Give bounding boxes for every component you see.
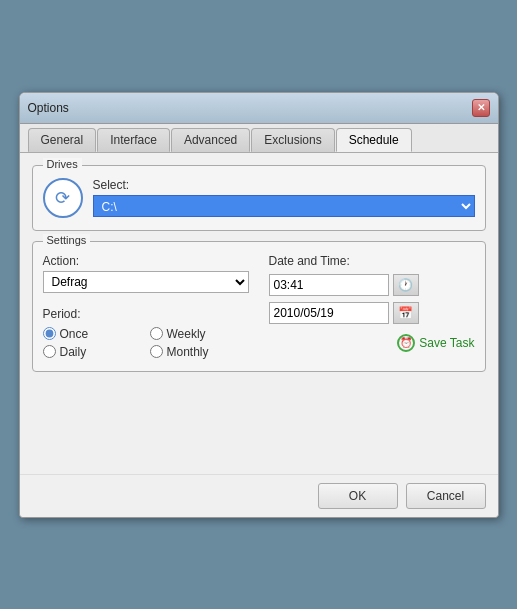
save-task-button[interactable]: ⏰ Save Task	[397, 334, 474, 352]
radio-daily-input[interactable]	[43, 345, 56, 358]
footer: OK Cancel	[20, 474, 498, 517]
time-picker-button[interactable]: 🕐	[393, 274, 419, 296]
date-input[interactable]	[269, 302, 389, 324]
tab-content: Drives ⟳ Select: C:\ Settings	[20, 153, 498, 474]
window-title: Options	[28, 101, 69, 115]
tab-bar: General Interface Advanced Exclusions Sc…	[20, 124, 498, 153]
radio-monthly-label[interactable]: Monthly	[167, 345, 209, 359]
options-window: Options ✕ General Interface Advanced Exc…	[19, 92, 499, 518]
time-wrapper: 🕐	[269, 274, 475, 296]
tab-exclusions[interactable]: Exclusions	[251, 128, 334, 152]
tab-interface[interactable]: Interface	[97, 128, 170, 152]
drives-select-label: Select:	[93, 178, 475, 192]
radio-daily-label[interactable]: Daily	[60, 345, 87, 359]
period-label: Period:	[43, 307, 249, 321]
radio-daily: Daily	[43, 345, 142, 359]
radio-weekly: Weekly	[150, 327, 249, 341]
settings-group: Settings Action: Defrag Analyze Optimize…	[32, 241, 486, 372]
save-task-label: Save Task	[419, 336, 474, 350]
empty-area	[32, 382, 486, 462]
radio-monthly-input[interactable]	[150, 345, 163, 358]
title-bar: Options ✕	[20, 93, 498, 124]
radio-once-label[interactable]: Once	[60, 327, 89, 341]
drive-right: Select: C:\	[93, 178, 475, 217]
drive-select[interactable]: C:\	[93, 195, 475, 217]
datetime-label: Date and Time:	[269, 254, 475, 268]
radio-monthly: Monthly	[150, 345, 249, 359]
save-task-area: ⏰ Save Task	[269, 334, 475, 352]
settings-left: Action: Defrag Analyze Optimize Period: …	[43, 254, 249, 359]
tab-general[interactable]: General	[28, 128, 97, 152]
drives-inner: ⟳ Select: C:\	[43, 178, 475, 218]
period-radio-group: Once Weekly Daily Monthly	[43, 327, 249, 359]
radio-once-input[interactable]	[43, 327, 56, 340]
radio-weekly-label[interactable]: Weekly	[167, 327, 206, 341]
drive-select-wrapper: C:\	[93, 195, 475, 217]
radio-once: Once	[43, 327, 142, 341]
action-select[interactable]: Defrag Analyze Optimize	[43, 271, 249, 293]
cancel-button[interactable]: Cancel	[406, 483, 486, 509]
drive-icon: ⟳	[43, 178, 83, 218]
drives-group-label: Drives	[43, 158, 82, 170]
action-label: Action:	[43, 254, 249, 268]
action-wrapper: Defrag Analyze Optimize	[43, 271, 249, 293]
time-input[interactable]	[269, 274, 389, 296]
ok-button[interactable]: OK	[318, 483, 398, 509]
settings-inner: Action: Defrag Analyze Optimize Period: …	[43, 254, 475, 359]
tab-schedule[interactable]: Schedule	[336, 128, 412, 152]
save-task-icon: ⏰	[397, 334, 415, 352]
close-button[interactable]: ✕	[472, 99, 490, 117]
drives-group: Drives ⟳ Select: C:\	[32, 165, 486, 231]
date-picker-button[interactable]: 📅	[393, 302, 419, 324]
tab-advanced[interactable]: Advanced	[171, 128, 250, 152]
settings-right: Date and Time: 🕐 📅 ⏰ Save Task	[269, 254, 475, 359]
radio-weekly-input[interactable]	[150, 327, 163, 340]
settings-group-label: Settings	[43, 234, 91, 246]
date-wrapper: 📅	[269, 302, 475, 324]
